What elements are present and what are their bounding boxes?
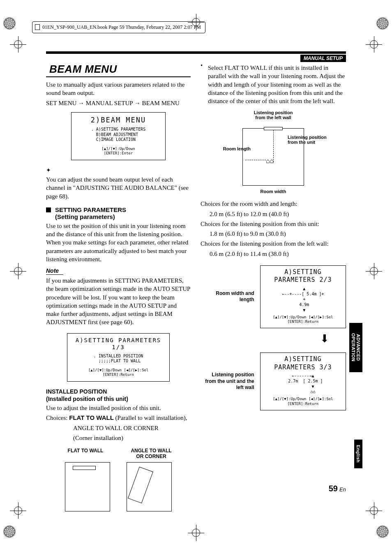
crop-header: 01EN_YSP-900_UAB_EN.book Page 59 Thursda… bbox=[32, 21, 205, 33]
lcd-lines: . A)SETTING PARAMETERS B)BEAM ADJUSTMENT… bbox=[91, 127, 145, 143]
subhead-line2: (Setting parameters) bbox=[55, 213, 115, 220]
crop-crosshair bbox=[12, 265, 24, 277]
unit-icon bbox=[73, 466, 96, 470]
choices-lp-wall: Choices for the listening position from … bbox=[201, 240, 346, 248]
lcd-hint: [▲]/[▼]:Up/Down [◀]/[▶]:Sel [ENTER]:Retu… bbox=[264, 315, 342, 325]
choices-lp-wall-val: 0.6 m (2.0 ft) to 11.4 m (38.0 ft) bbox=[201, 250, 346, 258]
unit-icon bbox=[264, 127, 283, 130]
choice-angle-desc: (Corner installation) bbox=[46, 434, 191, 442]
install-label-angle: ANGLE TO WALL OR CORNER bbox=[127, 448, 176, 460]
lcd-hint: [▲]/[▼]:Up/Down [◀]/[▶]:Sel [ENTER]:Retu… bbox=[71, 368, 165, 378]
lcd-beam-menu: 2)BEAM MENU . A)SETTING PARAMETERS B)BEA… bbox=[71, 112, 166, 160]
installed-position-head: INSTALLED POSITION bbox=[46, 388, 191, 395]
registration-mark bbox=[3, 525, 16, 538]
choices-lp-unit-val: 1.8 m (6.0 ft) to 9.0 m (30.0 ft) bbox=[201, 230, 346, 238]
registration-mark bbox=[376, 17, 389, 30]
crop-crosshair bbox=[12, 505, 24, 516]
note-body: If you make adjustments in SETTING PARAM… bbox=[46, 276, 191, 327]
dim-line bbox=[245, 160, 266, 160]
page-footer: 59 En bbox=[46, 484, 346, 493]
page-content: MANUAL SETUP BEAM MENU Use to manually a… bbox=[46, 51, 346, 511]
choice-flat: FLAT TO WALL bbox=[69, 414, 114, 421]
crop-crosshair bbox=[368, 505, 380, 516]
header-rule bbox=[46, 51, 346, 54]
subhead-setting-parameters: SETTING PARAMETERS (Setting parameters) bbox=[46, 206, 191, 220]
lcd-title: A)SETTING PARAMETERS 1/3 bbox=[71, 337, 165, 351]
registration-mark bbox=[3, 17, 16, 30]
crop-header-text: 01EN_YSP-900_UAB_EN.book Page 59 Thursda… bbox=[42, 24, 201, 30]
listener-icon: ⌂⌂ bbox=[266, 157, 274, 165]
side-tab-advanced-operation: ADVANCED OPERATION bbox=[349, 323, 362, 372]
lcd-title: 2)BEAM MENU bbox=[76, 116, 161, 124]
dim-line bbox=[273, 130, 274, 162]
side-tab-english: English bbox=[354, 440, 362, 468]
choice-flat-desc: (Parallel to wall installation), bbox=[114, 415, 187, 421]
square-bullet-icon bbox=[46, 207, 51, 212]
lcd-body: ←------→▲ 2.7m [ 2.5m ] ▼ ⌂⌂ bbox=[264, 373, 342, 394]
section-breadcrumb: MANUAL SETUP bbox=[300, 55, 346, 62]
page-number: 59 bbox=[329, 484, 338, 493]
choices-room: Choices for the room width and length: bbox=[201, 200, 346, 208]
lcd-lines: . INSTALLED POSITION ;;;;;FLAT TO WALL bbox=[94, 354, 143, 364]
lcd-title: A)SETTING PARAMETERS 3/3 bbox=[264, 355, 342, 371]
page-title: BEAM MENU bbox=[46, 62, 191, 77]
caption-top: Listening position from the left wall bbox=[218, 110, 329, 120]
page-lang: En bbox=[339, 486, 346, 493]
lcd-title: A)SETTING PARAMETERS 2/3 bbox=[264, 268, 342, 284]
lcd-hint: [▲]/[▼]:Up/Down [ENTER]:Enter bbox=[76, 147, 161, 156]
tip-icon: ✦ bbox=[46, 167, 191, 174]
menu-path: SET MENU → MANUAL SETUP → BEAM MENU bbox=[46, 99, 191, 107]
choice-angle: ANGLE TO WALL OR CORNER bbox=[46, 424, 191, 432]
lcd-hint: [▲]/[▼]:Up/Down [◀]/[▶]:Sel [ENTER]:Retu… bbox=[264, 397, 342, 406]
bullet-icon: • bbox=[201, 62, 204, 107]
crop-crosshair bbox=[190, 527, 202, 539]
registration-mark bbox=[376, 525, 389, 538]
book-icon bbox=[35, 24, 40, 30]
choices-line: Choices: FLAT TO WALL (Parallel to wall … bbox=[46, 414, 191, 422]
installed-position-sub: (Installed position of this unit) bbox=[46, 396, 191, 402]
pair-label-listening: Listening position from the unit and the… bbox=[201, 372, 254, 391]
installed-desc: Use to adjust the installed position of … bbox=[46, 404, 191, 412]
down-arrow-icon: ⬇ bbox=[303, 332, 346, 345]
crop-crosshair bbox=[368, 39, 380, 50]
crop-crosshair bbox=[12, 39, 24, 50]
subhead-line1: SETTING PARAMETERS bbox=[55, 206, 126, 213]
flat-to-wall-description: Select FLAT TO WALL if this unit is inst… bbox=[208, 64, 346, 105]
crop-crosshair bbox=[368, 265, 380, 277]
setting-desc: Use to set the position of this unit in … bbox=[46, 222, 191, 263]
caption-bottom: Room width bbox=[218, 189, 329, 194]
lcd-setting-2of3: A)SETTING PARAMETERS 2/3 ▲ ←--+----[ 5.4… bbox=[260, 265, 346, 328]
lcd-setting-3of3: A)SETTING PARAMETERS 3/3 ←------→▲ 2.7m … bbox=[260, 352, 346, 410]
room-diagram: Listening position from the left wall Ro… bbox=[218, 110, 329, 194]
pair-label-room: Room width and length bbox=[201, 290, 254, 303]
lcd-setting-1of3: A)SETTING PARAMETERS 1/3 . INSTALLED POS… bbox=[67, 333, 170, 382]
note-label: Note bbox=[46, 267, 63, 275]
choices-lp-unit: Choices for the listening position from … bbox=[201, 220, 346, 228]
install-label-flat: FLAT TO WALL bbox=[61, 448, 110, 460]
tip-text: You can adjust the sound beam output lev… bbox=[46, 175, 191, 200]
choices-room-val: 2.0 m (6.5 ft) to 12.0 m (40.0 ft) bbox=[201, 210, 346, 218]
lcd-body: ▲ ←--+----[ 5.4m ]+ + 4.9m ▼ bbox=[264, 286, 342, 313]
intro-text: Use to manually adjust various parameter… bbox=[46, 81, 191, 97]
choices-label: Choices: bbox=[46, 415, 68, 421]
